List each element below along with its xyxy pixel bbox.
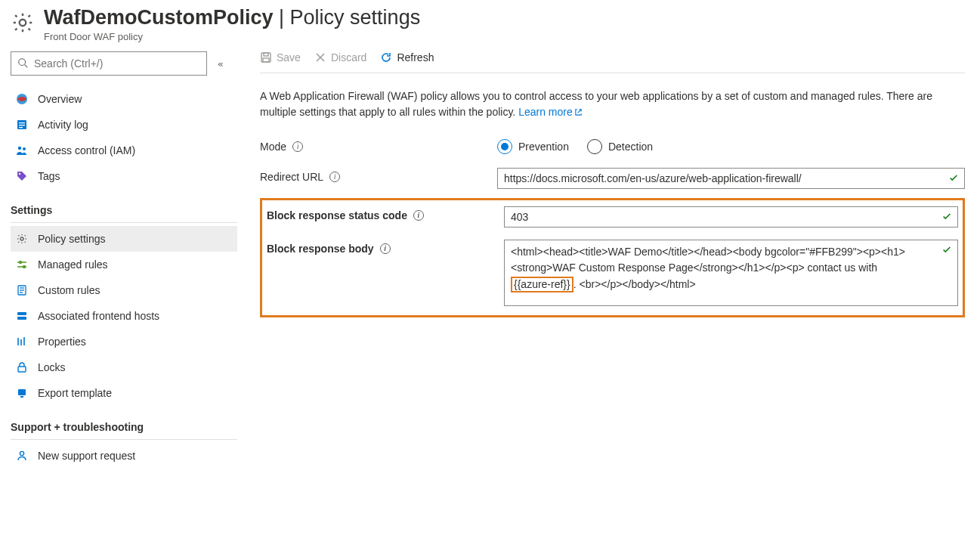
- check-icon: [948, 172, 959, 185]
- check-icon: [941, 244, 952, 257]
- sidebar-item-properties[interactable]: Properties: [11, 329, 237, 354]
- sidebar-item-managed-rules[interactable]: Managed rules: [11, 252, 237, 277]
- globe-icon: [15, 92, 29, 106]
- sidebar-item-activity-log[interactable]: Activity log: [11, 112, 237, 138]
- svg-rect-5: [19, 122, 25, 123]
- page-subtitle: Front Door WAF policy: [44, 31, 420, 42]
- sliders-icon: [15, 258, 29, 271]
- sidebar-item-label: Associated frontend hosts: [38, 310, 159, 322]
- collapse-sidebar-button[interactable]: «: [218, 58, 224, 70]
- log-icon: [15, 118, 29, 132]
- main-content: Save Discard Refresh A Web Application F…: [260, 51, 965, 469]
- mode-label: Mode i: [260, 138, 497, 153]
- refresh-button[interactable]: Refresh: [380, 51, 434, 63]
- intro-text: A Web Application Firewall (WAF) policy …: [260, 88, 963, 121]
- svg-rect-21: [17, 317, 26, 320]
- sidebar-item-tags[interactable]: Tags: [11, 163, 237, 189]
- block-body-label: Block response body i: [267, 240, 504, 255]
- sidebar-item-locks[interactable]: Locks: [11, 354, 237, 380]
- sidebar-item-overview[interactable]: Overview: [11, 86, 237, 112]
- learn-more-link[interactable]: Learn more: [518, 106, 583, 118]
- sidebar-item-label: Export template: [38, 387, 112, 399]
- svg-point-0: [20, 20, 26, 26]
- info-icon[interactable]: i: [292, 141, 303, 152]
- people-icon: [15, 144, 29, 157]
- sidebar-item-label: Access control (IAM): [38, 144, 135, 156]
- host-icon: [15, 309, 29, 323]
- document-icon: [15, 283, 29, 297]
- svg-point-14: [20, 262, 22, 264]
- info-icon[interactable]: i: [380, 243, 391, 254]
- toolbar: Save Discard Refresh: [260, 51, 965, 73]
- search-icon: [17, 57, 28, 70]
- highlight-box: Block response status code i 403 Block r…: [260, 198, 965, 317]
- svg-point-8: [18, 147, 21, 150]
- svg-rect-30: [264, 53, 268, 56]
- lock-icon: [15, 361, 29, 374]
- svg-point-1: [19, 58, 26, 65]
- svg-rect-25: [18, 367, 26, 372]
- svg-rect-20: [17, 312, 26, 315]
- tag-icon: [15, 169, 29, 183]
- sidebar-section-settings: Settings: [11, 190, 237, 223]
- svg-rect-6: [19, 125, 25, 125]
- save-button[interactable]: Save: [260, 51, 301, 63]
- sidebar-item-label: Overview: [38, 93, 82, 105]
- properties-icon: [15, 335, 29, 348]
- external-link-icon: [574, 105, 583, 121]
- sidebar-item-label: Custom rules: [38, 284, 100, 296]
- sidebar-item-custom-rules[interactable]: Custom rules: [11, 277, 237, 303]
- svg-point-11: [20, 237, 23, 240]
- sidebar-item-label: Managed rules: [38, 258, 108, 271]
- sidebar-item-associated-hosts[interactable]: Associated frontend hosts: [11, 303, 237, 329]
- discard-button[interactable]: Discard: [314, 51, 366, 63]
- sidebar-item-policy-settings[interactable]: Policy settings: [11, 226, 237, 252]
- svg-point-28: [20, 451, 23, 455]
- close-icon: [314, 51, 326, 63]
- check-icon: [941, 211, 952, 224]
- mode-radio-prevention[interactable]: Prevention: [497, 139, 569, 154]
- svg-line-2: [25, 64, 28, 67]
- sidebar-item-export-template[interactable]: Export template: [11, 380, 237, 406]
- azure-ref-highlight: {{azure-ref}}: [511, 277, 573, 292]
- sidebar-item-label: New support request: [38, 450, 135, 462]
- info-icon[interactable]: i: [329, 172, 340, 182]
- sidebar-item-new-support-request[interactable]: New support request: [11, 443, 237, 469]
- save-icon: [260, 51, 272, 63]
- sidebar-item-label: Policy settings: [38, 233, 105, 245]
- redirect-url-input[interactable]: https://docs.microsoft.com/en-us/azure/w…: [497, 168, 965, 189]
- svg-line-34: [577, 110, 581, 113]
- block-body-input[interactable]: <html><head><title>WAF Demo</title></hea…: [504, 240, 958, 306]
- export-icon: [15, 386, 29, 400]
- search-input[interactable]: [11, 51, 207, 76]
- svg-rect-27: [20, 396, 23, 398]
- sidebar-item-label: Tags: [38, 170, 60, 182]
- svg-rect-26: [18, 389, 26, 395]
- page-header: WafDemoCustomPolicy | Policy settings Fr…: [11, 6, 965, 42]
- svg-rect-7: [19, 127, 23, 128]
- block-status-label: Block response status code i: [267, 206, 504, 221]
- svg-point-9: [23, 147, 26, 150]
- sidebar-item-label: Locks: [38, 361, 66, 373]
- sidebar-item-label: Activity log: [38, 119, 88, 131]
- gear-icon: [11, 11, 35, 35]
- svg-point-10: [19, 173, 20, 175]
- sidebar-section-support: Support + troubleshooting: [11, 407, 237, 440]
- support-icon: [15, 449, 29, 463]
- mode-radio-group: Prevention Detection: [497, 138, 965, 154]
- mode-radio-detection[interactable]: Detection: [587, 139, 653, 154]
- sidebar-item-label: Properties: [38, 336, 86, 348]
- refresh-icon: [380, 51, 392, 63]
- block-status-input[interactable]: 403: [504, 206, 958, 227]
- svg-point-15: [23, 266, 26, 268]
- svg-rect-31: [263, 58, 269, 62]
- page-title: WafDemoCustomPolicy | Policy settings: [44, 6, 420, 29]
- redirect-url-label: Redirect URL i: [260, 168, 497, 183]
- gear-icon: [15, 232, 29, 246]
- sidebar: « Overview Activity log Access control: [11, 51, 237, 469]
- sidebar-item-access-control[interactable]: Access control (IAM): [11, 138, 237, 163]
- info-icon[interactable]: i: [413, 210, 424, 221]
